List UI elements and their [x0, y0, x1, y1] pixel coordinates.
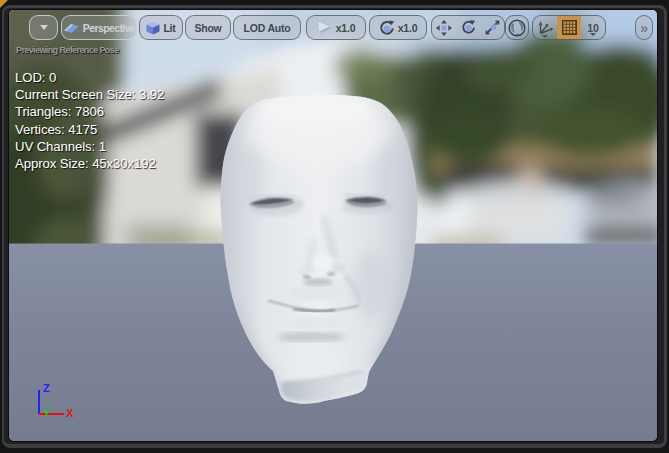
svg-text:Z: Z: [43, 382, 50, 394]
svg-text:X: X: [66, 407, 74, 419]
svg-text:Y: Y: [43, 407, 51, 419]
